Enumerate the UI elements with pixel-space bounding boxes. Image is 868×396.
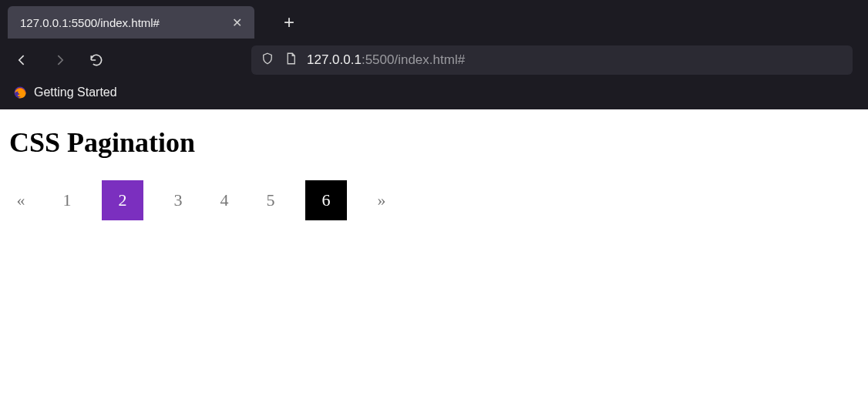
pagination-item-5[interactable]: 5 [259,180,282,220]
page-content: CSS Pagination « 1 2 3 4 5 6 » [0,109,868,237]
browser-tab[interactable]: 127.0.0.1:5500/index.html# ✕ [8,6,254,39]
pagination-item-3[interactable]: 3 [167,180,190,220]
page-icon [284,52,298,69]
browser-chrome: 127.0.0.1:5500/index.html# ✕ + 127.0.0.1… [0,0,868,109]
tab-bar: 127.0.0.1:5500/index.html# ✕ + [0,0,868,40]
pagination-prev[interactable]: « [9,180,32,220]
firefox-icon [12,85,28,100]
close-icon[interactable]: ✕ [229,12,245,33]
pagination-item-1[interactable]: 1 [56,180,79,220]
pagination-item-4[interactable]: 4 [213,180,236,220]
url-bar[interactable]: 127.0.0.1:5500/index.html# [251,45,853,75]
url-text: 127.0.0.1:5500/index.html# [307,52,465,68]
bookmarks-bar: Getting Started [0,80,868,109]
new-tab-button[interactable]: + [278,10,301,35]
page-title: CSS Pagination [9,126,859,159]
back-button[interactable] [11,49,34,72]
tab-title: 127.0.0.1:5500/index.html# [20,16,160,29]
pagination-next[interactable]: » [370,180,393,220]
pagination: « 1 2 3 4 5 6 » [9,180,859,220]
toolbar: 127.0.0.1:5500/index.html# [0,40,868,80]
pagination-item-6[interactable]: 6 [305,180,347,220]
shield-icon [261,52,274,69]
pagination-item-2[interactable]: 2 [102,180,143,220]
bookmark-getting-started[interactable]: Getting Started [34,86,117,99]
reload-button[interactable] [85,49,108,72]
forward-button[interactable] [48,49,71,72]
